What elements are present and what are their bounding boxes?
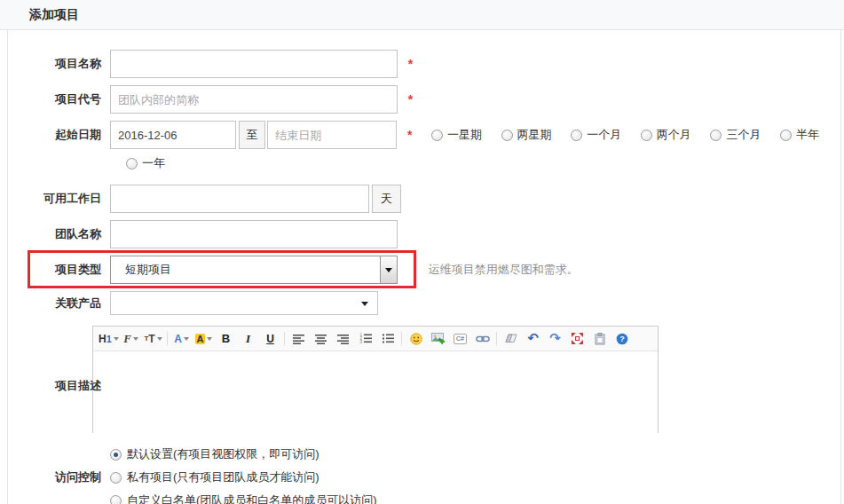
description-edit-area[interactable] <box>93 351 658 433</box>
project-type-hint: 运维项目禁用燃尽图和需求。 <box>429 256 579 284</box>
acl-radio-default[interactable]: 默认设置(有项目视图权限，即可访问) <box>110 445 840 464</box>
toolbar-separator <box>167 332 168 345</box>
insert-image-icon[interactable] <box>427 328 449 350</box>
products-label: 关联产品 <box>8 291 101 315</box>
svg-text:3: 3 <box>359 340 362 344</box>
date-range-label: 起始日期 <box>8 121 101 149</box>
duration-radio-three-months[interactable]: 三个月 <box>710 121 761 149</box>
begin-date-input[interactable] <box>110 121 236 149</box>
project-code-row: 项目代号 * <box>8 85 840 114</box>
duration-radio-one-month[interactable]: 一个月 <box>571 121 621 149</box>
radio-circle-icon <box>710 130 722 141</box>
project-code-label: 项目代号 <box>8 85 101 114</box>
radio-circle-icon <box>641 130 652 141</box>
duration-radio-one-year[interactable]: 一年 <box>126 149 165 177</box>
duration-radio-half-year[interactable]: 半年 <box>780 121 819 149</box>
workdays-row: 可用工作日 天 <box>8 185 840 213</box>
heading-icon[interactable]: H1 <box>98 328 120 350</box>
project-type-row: 项目类型 短期项目 运维项目禁用燃尽图和需求。 <box>8 256 840 284</box>
code-icon[interactable]: C# <box>449 328 471 350</box>
duration-option-label: 三个月 <box>726 127 761 143</box>
undo-icon[interactable]: ↶ <box>522 328 544 350</box>
end-date-input[interactable] <box>267 121 397 149</box>
radio-circle-icon <box>110 495 122 504</box>
editor-toolbar: H1 F TT A A B I U 123 C# <box>93 327 658 351</box>
align-center-icon[interactable] <box>310 328 332 350</box>
duration-option-label: 半年 <box>796 127 819 143</box>
add-project-form-panel: 项目名称 * 项目代号 * 起始日期 至 * 一星期 两星期 一个月 两个月 <box>7 30 841 504</box>
workdays-label: 可用工作日 <box>8 185 101 213</box>
remove-format-icon[interactable] <box>500 328 522 350</box>
products-dropdown[interactable] <box>110 291 378 315</box>
toolbar-separator <box>401 332 402 345</box>
workdays-input[interactable] <box>110 185 369 213</box>
team-name-input[interactable] <box>110 220 398 248</box>
chevron-down-icon <box>385 268 392 272</box>
text-color-icon[interactable]: A <box>170 328 193 350</box>
duration-radio-two-months[interactable]: 两个月 <box>641 121 691 149</box>
page-header: 添加项目 <box>0 0 844 30</box>
description-label: 项目描述 <box>8 372 101 400</box>
acl-radio-whitelist[interactable]: 自定义白名单(团队成员和白名单的成员可以访问) <box>110 491 840 504</box>
acl-radio-private[interactable]: 私有项目(只有项目团队成员才能访问) <box>110 468 840 487</box>
project-type-value: 短期项目 <box>125 263 171 276</box>
select-arrow-button[interactable] <box>380 256 397 283</box>
bold-icon[interactable]: B <box>215 328 237 350</box>
date-range-row: 起始日期 至 * 一星期 两星期 一个月 两个月 三个月 半年 <box>8 121 840 177</box>
font-size-icon[interactable]: TT <box>142 328 164 350</box>
required-star: * <box>408 85 413 114</box>
radio-circle-icon <box>780 130 792 141</box>
ordered-list-icon[interactable]: 123 <box>354 328 376 350</box>
duration-option-label: 一个月 <box>587 127 621 143</box>
duration-option-label: 两个月 <box>657 127 691 143</box>
team-name-label: 团队名称 <box>8 220 101 248</box>
radio-circle-icon <box>431 130 443 141</box>
required-star: * <box>407 121 412 149</box>
svg-text:?: ? <box>619 335 625 343</box>
radio-circle-icon <box>126 158 138 169</box>
radio-circle-icon <box>110 472 122 484</box>
rich-text-editor: H1 F TT A A B I U 123 C# <box>92 326 659 433</box>
products-row: 关联产品 <box>8 291 840 315</box>
radio-circle-icon <box>571 130 582 141</box>
duration-option-label: 两星期 <box>517 127 552 143</box>
font-family-icon[interactable]: F <box>120 328 142 350</box>
page-title: 添加项目 <box>0 0 844 29</box>
project-name-row: 项目名称 * <box>8 50 840 78</box>
fullscreen-icon[interactable] <box>566 328 588 350</box>
align-right-icon[interactable] <box>332 328 354 350</box>
radio-circle-icon <box>501 130 513 141</box>
radio-checked-icon <box>110 449 122 461</box>
project-type-select[interactable]: 短期项目 <box>110 256 398 284</box>
project-name-input[interactable] <box>110 50 398 78</box>
team-name-row: 团队名称 <box>8 220 840 248</box>
acl-option-label: 自定义白名单(团队成员和白名单的成员可以访问) <box>127 492 377 504</box>
link-icon[interactable] <box>471 328 493 350</box>
project-name-label: 项目名称 <box>8 50 101 78</box>
duration-radio-two-weeks[interactable]: 两星期 <box>501 121 552 149</box>
access-control-row: 访问控制 默认设置(有项目视图权限，即可访问) 私有项目(只有项目团队成员才能访… <box>8 445 840 504</box>
italic-icon[interactable]: I <box>237 328 259 350</box>
duration-option-label: 一年 <box>142 155 165 171</box>
emoji-icon[interactable] <box>405 328 427 350</box>
acl-option-label: 私有项目(只有项目团队成员才能访问) <box>127 469 319 485</box>
highlight-color-icon[interactable]: A <box>193 328 215 350</box>
underline-icon[interactable]: U <box>259 328 281 350</box>
project-code-input[interactable] <box>110 85 398 114</box>
chevron-down-icon <box>361 302 368 306</box>
duration-radio-one-week[interactable]: 一星期 <box>431 121 482 149</box>
description-row: 项目描述 H1 F TT A A B I U 123 <box>8 326 840 433</box>
toolbar-separator <box>496 332 497 345</box>
paste-icon[interactable] <box>588 328 611 350</box>
workdays-unit-addon: 天 <box>372 185 401 213</box>
toolbar-separator <box>284 332 285 345</box>
unordered-list-icon[interactable] <box>376 328 398 350</box>
date-to-addon: 至 <box>239 121 265 149</box>
duration-option-label: 一星期 <box>447 127 482 143</box>
project-type-label: 项目类型 <box>8 256 101 284</box>
redo-icon[interactable]: ↷ <box>544 328 566 350</box>
align-left-icon[interactable] <box>288 328 310 350</box>
required-star: * <box>408 50 413 78</box>
help-icon[interactable]: ? <box>611 328 633 350</box>
access-control-label: 访问控制 <box>8 468 101 487</box>
